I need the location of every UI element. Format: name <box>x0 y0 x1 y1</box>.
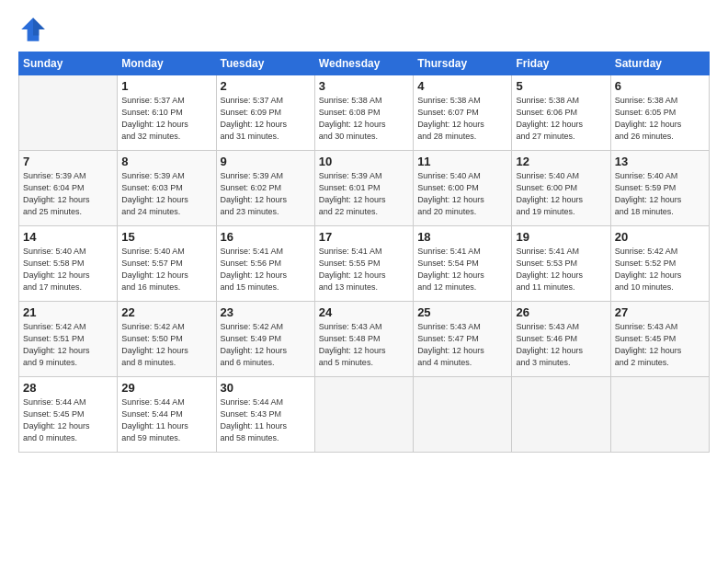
calendar-cell: 27Sunrise: 5:43 AM Sunset: 5:45 PM Dayli… <box>610 302 709 377</box>
day-number: 17 <box>319 230 409 244</box>
day-number: 19 <box>516 230 606 244</box>
cell-daylight-info: Sunrise: 5:40 AM Sunset: 5:57 PM Dayligh… <box>121 246 211 293</box>
cell-daylight-info: Sunrise: 5:43 AM Sunset: 5:46 PM Dayligh… <box>516 321 606 369</box>
cell-daylight-info: Sunrise: 5:38 AM Sunset: 6:05 PM Dayligh… <box>615 95 705 143</box>
cell-daylight-info: Sunrise: 5:37 AM Sunset: 6:09 PM Dayligh… <box>221 95 311 143</box>
cell-daylight-info: Sunrise: 5:40 AM Sunset: 5:59 PM Dayligh… <box>615 170 705 218</box>
cell-daylight-info: Sunrise: 5:40 AM Sunset: 6:00 PM Dayligh… <box>516 170 606 218</box>
calendar-cell: 2Sunrise: 5:37 AM Sunset: 6:09 PM Daylig… <box>216 75 314 151</box>
logo-icon <box>18 15 48 44</box>
day-number: 22 <box>121 305 211 319</box>
day-number: 6 <box>615 79 705 93</box>
calendar-cell: 26Sunrise: 5:43 AM Sunset: 5:46 PM Dayli… <box>512 302 610 377</box>
day-header-friday: Friday <box>512 52 610 75</box>
day-header-thursday: Thursday <box>414 52 512 75</box>
day-number: 21 <box>23 305 113 319</box>
calendar-cell <box>314 377 413 453</box>
calendar-cell: 3Sunrise: 5:38 AM Sunset: 6:08 PM Daylig… <box>314 75 413 151</box>
day-number: 20 <box>615 230 705 244</box>
day-number: 25 <box>417 305 507 319</box>
day-number: 9 <box>221 155 311 168</box>
calendar-cell: 28Sunrise: 5:44 AM Sunset: 5:45 PM Dayli… <box>19 377 118 453</box>
calendar-cell: 14Sunrise: 5:40 AM Sunset: 5:58 PM Dayli… <box>19 226 118 302</box>
calendar-cell: 8Sunrise: 5:39 AM Sunset: 6:03 PM Daylig… <box>118 151 216 226</box>
calendar-cell: 5Sunrise: 5:38 AM Sunset: 6:06 PM Daylig… <box>512 75 610 151</box>
day-number: 11 <box>417 155 507 168</box>
calendar-header-row: SundayMondayTuesdayWednesdayThursdayFrid… <box>19 52 710 75</box>
calendar-cell: 18Sunrise: 5:41 AM Sunset: 5:54 PM Dayli… <box>414 226 512 302</box>
cell-daylight-info: Sunrise: 5:42 AM Sunset: 5:52 PM Dayligh… <box>615 246 705 293</box>
calendar-cell <box>414 377 512 453</box>
calendar-week-row: 7Sunrise: 5:39 AM Sunset: 6:04 PM Daylig… <box>19 151 710 226</box>
cell-daylight-info: Sunrise: 5:42 AM Sunset: 5:51 PM Dayligh… <box>23 321 113 369</box>
calendar-week-row: 21Sunrise: 5:42 AM Sunset: 5:51 PM Dayli… <box>19 302 710 377</box>
calendar-cell: 29Sunrise: 5:44 AM Sunset: 5:44 PM Dayli… <box>118 377 216 453</box>
calendar-cell: 9Sunrise: 5:39 AM Sunset: 6:02 PM Daylig… <box>216 151 314 226</box>
calendar-cell: 12Sunrise: 5:40 AM Sunset: 6:00 PM Dayli… <box>512 151 610 226</box>
day-number: 23 <box>221 305 311 319</box>
calendar-cell: 16Sunrise: 5:41 AM Sunset: 5:56 PM Dayli… <box>216 226 314 302</box>
cell-daylight-info: Sunrise: 5:43 AM Sunset: 5:45 PM Dayligh… <box>615 321 705 369</box>
day-number: 15 <box>121 230 211 244</box>
day-number: 28 <box>23 381 113 395</box>
cell-daylight-info: Sunrise: 5:41 AM Sunset: 5:55 PM Dayligh… <box>319 246 409 293</box>
cell-daylight-info: Sunrise: 5:44 AM Sunset: 5:43 PM Dayligh… <box>221 396 311 444</box>
calendar-cell: 1Sunrise: 5:37 AM Sunset: 6:10 PM Daylig… <box>118 75 216 151</box>
day-header-saturday: Saturday <box>610 52 709 75</box>
day-number: 10 <box>319 155 409 168</box>
calendar-cell: 6Sunrise: 5:38 AM Sunset: 6:05 PM Daylig… <box>610 75 709 151</box>
calendar-table: SundayMondayTuesdayWednesdayThursdayFrid… <box>18 52 710 453</box>
day-number: 8 <box>121 155 211 168</box>
calendar-cell: 10Sunrise: 5:39 AM Sunset: 6:01 PM Dayli… <box>314 151 413 226</box>
day-number: 12 <box>516 155 606 168</box>
calendar-cell <box>512 377 610 453</box>
logo <box>18 15 51 44</box>
calendar-cell: 23Sunrise: 5:42 AM Sunset: 5:49 PM Dayli… <box>216 302 314 377</box>
calendar-cell: 20Sunrise: 5:42 AM Sunset: 5:52 PM Dayli… <box>610 226 709 302</box>
cell-daylight-info: Sunrise: 5:42 AM Sunset: 5:50 PM Dayligh… <box>121 321 211 369</box>
day-header-tuesday: Tuesday <box>216 52 314 75</box>
calendar-cell: 30Sunrise: 5:44 AM Sunset: 5:43 PM Dayli… <box>216 377 314 453</box>
day-number: 3 <box>319 79 409 93</box>
cell-daylight-info: Sunrise: 5:39 AM Sunset: 6:04 PM Dayligh… <box>23 170 113 218</box>
calendar-cell: 22Sunrise: 5:42 AM Sunset: 5:50 PM Dayli… <box>118 302 216 377</box>
day-number: 13 <box>615 155 705 168</box>
cell-daylight-info: Sunrise: 5:43 AM Sunset: 5:48 PM Dayligh… <box>319 321 409 369</box>
day-number: 2 <box>221 79 311 93</box>
day-number: 14 <box>23 230 113 244</box>
day-number: 24 <box>319 305 409 319</box>
calendar-week-row: 28Sunrise: 5:44 AM Sunset: 5:45 PM Dayli… <box>19 377 710 453</box>
svg-marker-1 <box>33 17 45 35</box>
calendar-week-row: 14Sunrise: 5:40 AM Sunset: 5:58 PM Dayli… <box>19 226 710 302</box>
cell-daylight-info: Sunrise: 5:40 AM Sunset: 6:00 PM Dayligh… <box>417 170 507 218</box>
day-number: 16 <box>221 230 311 244</box>
cell-daylight-info: Sunrise: 5:37 AM Sunset: 6:10 PM Dayligh… <box>121 95 211 143</box>
calendar-cell: 19Sunrise: 5:41 AM Sunset: 5:53 PM Dayli… <box>512 226 610 302</box>
cell-daylight-info: Sunrise: 5:39 AM Sunset: 6:03 PM Dayligh… <box>121 170 211 218</box>
cell-daylight-info: Sunrise: 5:39 AM Sunset: 6:02 PM Dayligh… <box>221 170 311 218</box>
calendar-cell: 17Sunrise: 5:41 AM Sunset: 5:55 PM Dayli… <box>314 226 413 302</box>
day-header-wednesday: Wednesday <box>314 52 413 75</box>
day-number: 27 <box>615 305 705 319</box>
day-number: 29 <box>121 381 211 395</box>
day-number: 18 <box>417 230 507 244</box>
cell-daylight-info: Sunrise: 5:38 AM Sunset: 6:06 PM Dayligh… <box>516 95 606 143</box>
day-number: 1 <box>121 79 211 93</box>
cell-daylight-info: Sunrise: 5:41 AM Sunset: 5:54 PM Dayligh… <box>417 246 507 293</box>
calendar-cell <box>19 75 118 151</box>
day-number: 30 <box>221 381 311 395</box>
calendar-cell: 11Sunrise: 5:40 AM Sunset: 6:00 PM Dayli… <box>414 151 512 226</box>
calendar-cell: 21Sunrise: 5:42 AM Sunset: 5:51 PM Dayli… <box>19 302 118 377</box>
calendar-cell: 7Sunrise: 5:39 AM Sunset: 6:04 PM Daylig… <box>19 151 118 226</box>
cell-daylight-info: Sunrise: 5:44 AM Sunset: 5:44 PM Dayligh… <box>121 396 211 444</box>
calendar-cell: 25Sunrise: 5:43 AM Sunset: 5:47 PM Dayli… <box>414 302 512 377</box>
cell-daylight-info: Sunrise: 5:42 AM Sunset: 5:49 PM Dayligh… <box>221 321 311 369</box>
cell-daylight-info: Sunrise: 5:38 AM Sunset: 6:07 PM Dayligh… <box>417 95 507 143</box>
calendar-cell: 13Sunrise: 5:40 AM Sunset: 5:59 PM Dayli… <box>610 151 709 226</box>
calendar-week-row: 1Sunrise: 5:37 AM Sunset: 6:10 PM Daylig… <box>19 75 710 151</box>
calendar-cell: 15Sunrise: 5:40 AM Sunset: 5:57 PM Dayli… <box>118 226 216 302</box>
cell-daylight-info: Sunrise: 5:43 AM Sunset: 5:47 PM Dayligh… <box>417 321 507 369</box>
day-number: 26 <box>516 305 606 319</box>
day-header-sunday: Sunday <box>19 52 118 75</box>
header <box>18 15 710 44</box>
